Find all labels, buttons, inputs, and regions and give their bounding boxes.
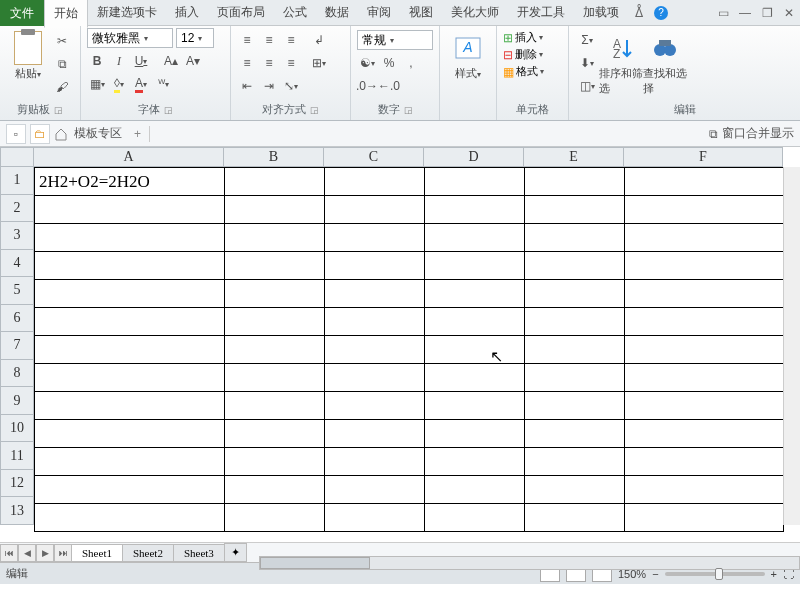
tab-review[interactable]: 审阅 [358, 0, 400, 26]
cell-A10[interactable] [35, 420, 225, 448]
cell-A7[interactable] [35, 336, 225, 364]
cell-F4[interactable] [625, 252, 784, 280]
cell-D7[interactable] [425, 336, 525, 364]
cell-D13[interactable] [425, 504, 525, 532]
clipboard-launcher-icon[interactable]: ◲ [54, 105, 63, 115]
underline-button[interactable]: U▾ [131, 51, 151, 71]
cell-E9[interactable] [525, 392, 625, 420]
cell-A6[interactable] [35, 308, 225, 336]
cell-B4[interactable] [225, 252, 325, 280]
cell-C5[interactable] [325, 280, 425, 308]
window-close-icon[interactable]: ✕ [781, 5, 797, 21]
cell-A1[interactable]: 2H2+O2=2H2O [35, 168, 225, 196]
cell-C10[interactable] [325, 420, 425, 448]
window-min-icon[interactable]: — [737, 5, 753, 21]
cell-F9[interactable] [625, 392, 784, 420]
open-folder-button[interactable]: 🗀 [30, 124, 50, 144]
template-zone-link[interactable]: 模板专区 [74, 125, 122, 142]
delete-cells-button[interactable]: ⊟ 删除▾ [503, 47, 543, 62]
sheet-nav-next[interactable]: ▶ [36, 544, 54, 562]
column-header-F[interactable]: F [624, 147, 783, 167]
tab-insert[interactable]: 插入 [166, 0, 208, 26]
shrink-font-button[interactable]: A▾ [183, 51, 203, 71]
align-top-button[interactable]: ≡ [237, 30, 257, 50]
increase-indent-button[interactable]: ⇥ [259, 76, 279, 96]
cell-F13[interactable] [625, 504, 784, 532]
format-cells-button[interactable]: ▦ 格式▾ [503, 64, 544, 79]
font-size-combo[interactable]: 12▾ [176, 28, 214, 48]
cut-button[interactable]: ✂ [52, 31, 72, 51]
cell-C2[interactable] [325, 196, 425, 224]
align-right-button[interactable]: ≡ [281, 53, 301, 73]
cell-D11[interactable] [425, 448, 525, 476]
tab-view[interactable]: 视图 [400, 0, 442, 26]
new-doc-button[interactable]: ▫ [6, 124, 26, 144]
column-header-E[interactable]: E [524, 147, 624, 167]
borders-button[interactable]: ▦▾ [87, 74, 107, 94]
cell-C13[interactable] [325, 504, 425, 532]
cell-B9[interactable] [225, 392, 325, 420]
orientation-button[interactable]: ⤡▾ [281, 76, 301, 96]
sheet-tab-1[interactable]: Sheet1 [71, 544, 123, 562]
italic-button[interactable]: I [109, 51, 129, 71]
vertical-scrollbar[interactable] [783, 167, 800, 525]
ribbon-options-icon[interactable]: ᐂ [631, 5, 647, 21]
column-header-B[interactable]: B [224, 147, 324, 167]
phonetic-button[interactable]: ᵂ▾ [153, 74, 173, 94]
copy-button[interactable]: ⧉ [52, 54, 72, 74]
cell-E8[interactable] [525, 364, 625, 392]
fill-color-button[interactable]: ◊▾ [109, 74, 129, 94]
font-launcher-icon[interactable]: ◲ [164, 105, 173, 115]
cell-F5[interactable] [625, 280, 784, 308]
decrease-decimal-button[interactable]: ←.0 [379, 76, 399, 96]
cell-F6[interactable] [625, 308, 784, 336]
cell-E2[interactable] [525, 196, 625, 224]
cell-A11[interactable] [35, 448, 225, 476]
tab-addins[interactable]: 加载项 [574, 0, 628, 26]
merge-center-button[interactable]: ⊞▾ [309, 53, 329, 73]
sort-filter-button[interactable]: AZ 排序和筛选 [599, 28, 643, 96]
cell-D9[interactable] [425, 392, 525, 420]
cell-E6[interactable] [525, 308, 625, 336]
cell-D2[interactable] [425, 196, 525, 224]
decrease-indent-button[interactable]: ⇤ [237, 76, 257, 96]
cell-A9[interactable] [35, 392, 225, 420]
cell-B2[interactable] [225, 196, 325, 224]
row-header-12[interactable]: 12 [0, 470, 34, 498]
cell-F1[interactable] [625, 168, 784, 196]
tab-new[interactable]: 新建选项卡 [88, 0, 166, 26]
sheet-tab-3[interactable]: Sheet3 [173, 544, 225, 562]
tab-home[interactable]: 开始 [44, 0, 88, 28]
cell-D8[interactable] [425, 364, 525, 392]
row-header-2[interactable]: 2 [0, 195, 34, 223]
increase-decimal-button[interactable]: .0→ [357, 76, 377, 96]
cell-C6[interactable] [325, 308, 425, 336]
align-bottom-button[interactable]: ≡ [281, 30, 301, 50]
cell-A3[interactable] [35, 224, 225, 252]
zoom-slider[interactable] [665, 572, 765, 576]
column-header-D[interactable]: D [424, 147, 524, 167]
window-merge-label[interactable]: 窗口合并显示 [722, 125, 794, 142]
cell-C12[interactable] [325, 476, 425, 504]
font-name-combo[interactable]: 微软雅黑▾ [87, 28, 173, 48]
cell-E1[interactable] [525, 168, 625, 196]
align-left-button[interactable]: ≡ [237, 53, 257, 73]
cell-C7[interactable] [325, 336, 425, 364]
row-header-1[interactable]: 1 [0, 167, 34, 195]
cell-B5[interactable] [225, 280, 325, 308]
cell-B1[interactable] [225, 168, 325, 196]
tab-formulas[interactable]: 公式 [274, 0, 316, 26]
percent-button[interactable]: % [379, 53, 399, 73]
cell-D1[interactable] [425, 168, 525, 196]
cell-E7[interactable] [525, 336, 625, 364]
cell-B7[interactable] [225, 336, 325, 364]
bold-button[interactable]: B [87, 51, 107, 71]
cell-A2[interactable] [35, 196, 225, 224]
accounting-format-button[interactable]: ☯▾ [357, 53, 377, 73]
tab-beautify[interactable]: 美化大师 [442, 0, 508, 26]
cell-B11[interactable] [225, 448, 325, 476]
format-painter-button[interactable]: 🖌 [52, 77, 72, 97]
cell-D12[interactable] [425, 476, 525, 504]
cell-E3[interactable] [525, 224, 625, 252]
minimize-ribbon-icon[interactable]: ▭ [715, 5, 731, 21]
